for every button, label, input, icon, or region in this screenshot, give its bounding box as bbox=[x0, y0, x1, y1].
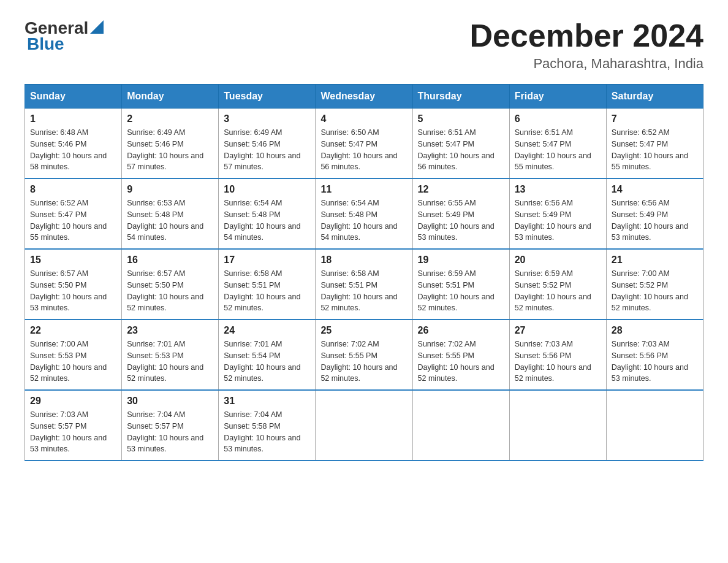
calendar-cell: 19Sunrise: 6:59 AMSunset: 5:51 PMDayligh… bbox=[412, 249, 509, 320]
day-info: Sunrise: 6:53 AMSunset: 5:48 PMDaylight:… bbox=[127, 197, 213, 243]
calendar-cell bbox=[606, 390, 703, 461]
day-info: Sunrise: 6:56 AMSunset: 5:49 PMDaylight:… bbox=[515, 197, 601, 243]
day-info: Sunrise: 6:59 AMSunset: 5:51 PMDaylight:… bbox=[418, 268, 504, 314]
calendar-cell: 2Sunrise: 6:49 AMSunset: 5:46 PMDaylight… bbox=[122, 109, 219, 179]
location-title: Pachora, Maharashtra, India bbox=[469, 56, 703, 72]
calendar-cell: 22Sunrise: 7:00 AMSunset: 5:53 PMDayligh… bbox=[25, 320, 122, 390]
day-info: Sunrise: 6:48 AMSunset: 5:46 PMDaylight:… bbox=[30, 127, 116, 173]
calendar-cell: 26Sunrise: 7:02 AMSunset: 5:55 PMDayligh… bbox=[412, 320, 509, 390]
calendar-cell: 20Sunrise: 6:59 AMSunset: 5:52 PMDayligh… bbox=[509, 249, 606, 320]
day-info: Sunrise: 7:03 AMSunset: 5:56 PMDaylight:… bbox=[612, 339, 698, 385]
day-number: 4 bbox=[320, 113, 407, 124]
day-number: 8 bbox=[30, 184, 116, 195]
calendar-week-row: 15Sunrise: 6:57 AMSunset: 5:50 PMDayligh… bbox=[25, 249, 703, 320]
calendar-cell: 29Sunrise: 7:03 AMSunset: 5:57 PMDayligh… bbox=[25, 390, 122, 461]
day-number: 9 bbox=[127, 184, 213, 195]
day-info: Sunrise: 6:58 AMSunset: 5:51 PMDaylight:… bbox=[320, 268, 407, 314]
calendar-cell: 31Sunrise: 7:04 AMSunset: 5:58 PMDayligh… bbox=[219, 390, 316, 461]
day-number: 29 bbox=[30, 396, 116, 407]
day-info: Sunrise: 6:54 AMSunset: 5:48 PMDaylight:… bbox=[224, 197, 310, 243]
calendar-week-row: 29Sunrise: 7:03 AMSunset: 5:57 PMDayligh… bbox=[25, 390, 703, 461]
day-info: Sunrise: 6:59 AMSunset: 5:52 PMDaylight:… bbox=[515, 268, 601, 314]
day-info: Sunrise: 7:02 AMSunset: 5:55 PMDaylight:… bbox=[320, 339, 407, 385]
calendar-cell bbox=[316, 390, 412, 461]
calendar-week-row: 8Sunrise: 6:52 AMSunset: 5:47 PMDaylight… bbox=[25, 178, 703, 249]
calendar-cell: 9Sunrise: 6:53 AMSunset: 5:48 PMDaylight… bbox=[122, 178, 219, 249]
day-number: 6 bbox=[515, 113, 601, 124]
day-number: 10 bbox=[224, 184, 310, 195]
day-info: Sunrise: 7:03 AMSunset: 5:57 PMDaylight:… bbox=[30, 409, 116, 455]
day-info: Sunrise: 7:04 AMSunset: 5:57 PMDaylight:… bbox=[127, 409, 213, 455]
calendar-cell: 30Sunrise: 7:04 AMSunset: 5:57 PMDayligh… bbox=[122, 390, 219, 461]
calendar-cell: 24Sunrise: 7:01 AMSunset: 5:54 PMDayligh… bbox=[219, 320, 316, 390]
calendar-cell bbox=[412, 390, 509, 461]
day-info: Sunrise: 6:54 AMSunset: 5:48 PMDaylight:… bbox=[320, 197, 407, 243]
day-number: 26 bbox=[418, 325, 504, 336]
calendar-cell: 18Sunrise: 6:58 AMSunset: 5:51 PMDayligh… bbox=[316, 249, 412, 320]
day-number: 7 bbox=[612, 113, 698, 124]
calendar-cell: 3Sunrise: 6:49 AMSunset: 5:46 PMDaylight… bbox=[219, 109, 316, 179]
day-number: 22 bbox=[30, 325, 116, 336]
month-year-title: December 2024 bbox=[469, 18, 703, 53]
day-info: Sunrise: 6:49 AMSunset: 5:46 PMDaylight:… bbox=[127, 127, 213, 173]
day-info: Sunrise: 6:55 AMSunset: 5:49 PMDaylight:… bbox=[418, 197, 504, 243]
header-thursday: Thursday bbox=[412, 85, 509, 109]
calendar-cell: 28Sunrise: 7:03 AMSunset: 5:56 PMDayligh… bbox=[606, 320, 703, 390]
logo-triangle-icon bbox=[90, 20, 104, 34]
header-saturday: Saturday bbox=[606, 85, 703, 109]
calendar-cell: 11Sunrise: 6:54 AMSunset: 5:48 PMDayligh… bbox=[316, 178, 412, 249]
header-friday: Friday bbox=[509, 85, 606, 109]
day-info: Sunrise: 6:51 AMSunset: 5:47 PMDaylight:… bbox=[418, 127, 504, 173]
calendar-cell: 21Sunrise: 7:00 AMSunset: 5:52 PMDayligh… bbox=[606, 249, 703, 320]
day-info: Sunrise: 6:58 AMSunset: 5:51 PMDaylight:… bbox=[224, 268, 310, 314]
calendar-cell: 27Sunrise: 7:03 AMSunset: 5:56 PMDayligh… bbox=[509, 320, 606, 390]
day-number: 30 bbox=[127, 396, 213, 407]
calendar-cell: 5Sunrise: 6:51 AMSunset: 5:47 PMDaylight… bbox=[412, 109, 509, 179]
calendar-cell bbox=[509, 390, 606, 461]
calendar-cell: 4Sunrise: 6:50 AMSunset: 5:47 PMDaylight… bbox=[316, 109, 412, 179]
calendar-table: SundayMondayTuesdayWednesdayThursdayFrid… bbox=[25, 84, 703, 461]
day-info: Sunrise: 6:56 AMSunset: 5:49 PMDaylight:… bbox=[612, 197, 698, 243]
day-number: 31 bbox=[224, 396, 310, 407]
day-info: Sunrise: 6:52 AMSunset: 5:47 PMDaylight:… bbox=[30, 197, 116, 243]
day-info: Sunrise: 6:50 AMSunset: 5:47 PMDaylight:… bbox=[320, 127, 407, 173]
logo-blue-text: Blue bbox=[27, 34, 64, 54]
calendar-week-row: 22Sunrise: 7:00 AMSunset: 5:53 PMDayligh… bbox=[25, 320, 703, 390]
calendar-cell: 14Sunrise: 6:56 AMSunset: 5:49 PMDayligh… bbox=[606, 178, 703, 249]
logo: General Blue bbox=[25, 18, 104, 54]
day-info: Sunrise: 6:51 AMSunset: 5:47 PMDaylight:… bbox=[515, 127, 601, 173]
day-info: Sunrise: 7:00 AMSunset: 5:53 PMDaylight:… bbox=[30, 339, 116, 385]
calendar-cell: 1Sunrise: 6:48 AMSunset: 5:46 PMDaylight… bbox=[25, 109, 122, 179]
day-info: Sunrise: 7:04 AMSunset: 5:58 PMDaylight:… bbox=[224, 409, 310, 455]
day-info: Sunrise: 7:02 AMSunset: 5:55 PMDaylight:… bbox=[418, 339, 504, 385]
day-number: 24 bbox=[224, 325, 310, 336]
day-number: 21 bbox=[612, 255, 698, 266]
calendar-header-row: SundayMondayTuesdayWednesdayThursdayFrid… bbox=[25, 85, 703, 109]
day-info: Sunrise: 6:52 AMSunset: 5:47 PMDaylight:… bbox=[612, 127, 698, 173]
calendar-cell: 25Sunrise: 7:02 AMSunset: 5:55 PMDayligh… bbox=[316, 320, 412, 390]
svg-marker-0 bbox=[90, 20, 104, 34]
calendar-week-row: 1Sunrise: 6:48 AMSunset: 5:46 PMDaylight… bbox=[25, 109, 703, 179]
day-number: 20 bbox=[515, 255, 601, 266]
day-number: 1 bbox=[30, 113, 116, 124]
day-number: 18 bbox=[320, 255, 407, 266]
calendar-cell: 23Sunrise: 7:01 AMSunset: 5:53 PMDayligh… bbox=[122, 320, 219, 390]
day-info: Sunrise: 6:57 AMSunset: 5:50 PMDaylight:… bbox=[30, 268, 116, 314]
day-number: 12 bbox=[418, 184, 504, 195]
header-sunday: Sunday bbox=[25, 85, 122, 109]
day-info: Sunrise: 7:01 AMSunset: 5:54 PMDaylight:… bbox=[224, 339, 310, 385]
calendar-cell: 10Sunrise: 6:54 AMSunset: 5:48 PMDayligh… bbox=[219, 178, 316, 249]
header-tuesday: Tuesday bbox=[219, 85, 316, 109]
day-number: 2 bbox=[127, 113, 213, 124]
day-number: 19 bbox=[418, 255, 504, 266]
day-info: Sunrise: 6:57 AMSunset: 5:50 PMDaylight:… bbox=[127, 268, 213, 314]
day-number: 14 bbox=[612, 184, 698, 195]
calendar-cell: 16Sunrise: 6:57 AMSunset: 5:50 PMDayligh… bbox=[122, 249, 219, 320]
calendar-cell: 17Sunrise: 6:58 AMSunset: 5:51 PMDayligh… bbox=[219, 249, 316, 320]
calendar-cell: 8Sunrise: 6:52 AMSunset: 5:47 PMDaylight… bbox=[25, 178, 122, 249]
calendar-cell: 15Sunrise: 6:57 AMSunset: 5:50 PMDayligh… bbox=[25, 249, 122, 320]
day-number: 23 bbox=[127, 325, 213, 336]
day-number: 28 bbox=[612, 325, 698, 336]
day-info: Sunrise: 7:03 AMSunset: 5:56 PMDaylight:… bbox=[515, 339, 601, 385]
title-area: December 2024 Pachora, Maharashtra, Indi… bbox=[469, 18, 703, 72]
